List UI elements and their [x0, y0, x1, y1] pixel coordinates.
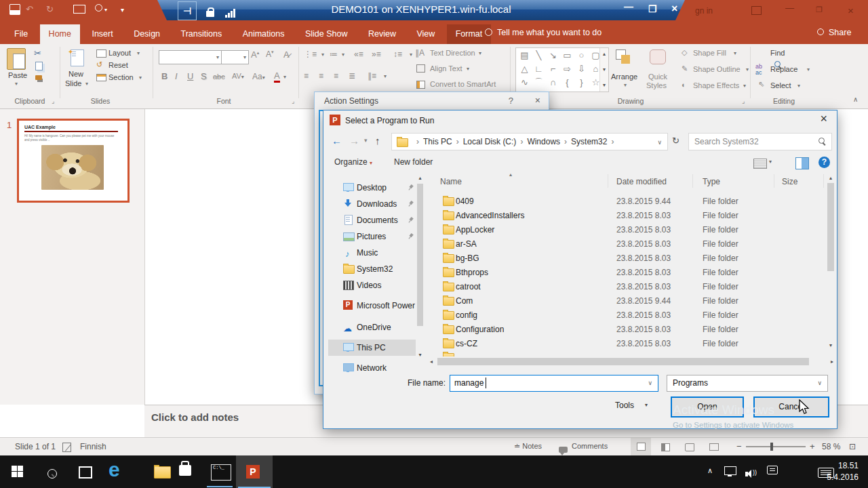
grow-font-icon[interactable]: A▴: [251, 49, 259, 60]
normal-view-button[interactable]: [631, 438, 651, 455]
tab-view[interactable]: View: [408, 24, 443, 44]
line-spacing-icon[interactable]: ↕≡: [393, 49, 402, 59]
slide-thumbnail[interactable]: UAC Example Hi! My name is hangover. Can…: [17, 119, 130, 203]
shrink-font-icon[interactable]: A▾: [266, 49, 274, 59]
tray-chevron-icon[interactable]: ∧: [707, 466, 713, 475]
file-type-combo[interactable]: Programs ∨: [667, 375, 828, 392]
section-button[interactable]: Section: [108, 73, 134, 81]
column-type[interactable]: Type: [703, 177, 720, 186]
nav-item-downloads[interactable]: Downloads: [328, 196, 420, 212]
volume-icon[interactable]: )): [745, 467, 752, 479]
command-prompt-icon[interactable]: C:\_: [211, 464, 231, 481]
new-slide-dropdown-icon[interactable]: ▾: [85, 81, 88, 87]
file-row[interactable]: catroot23.8.2015 8.03File folder: [428, 280, 827, 294]
tab-insert[interactable]: Insert: [83, 24, 121, 44]
action-settings-close-icon[interactable]: ×: [535, 95, 540, 106]
list-hscrollbar[interactable]: ◂ ▸: [428, 357, 835, 367]
refresh-icon[interactable]: ↻: [672, 136, 679, 146]
layout-dropdown-icon[interactable]: ▾: [137, 50, 140, 56]
file-row[interactable]: Configuration23.8.2015 8.03File folder: [428, 323, 827, 337]
quick-styles-button[interactable]: Quick: [648, 73, 667, 81]
column-size[interactable]: Size: [782, 177, 797, 186]
language-label[interactable]: Finnish: [80, 442, 106, 451]
undo-icon[interactable]: ↶: [26, 3, 33, 16]
align-text-button[interactable]: Align Text: [430, 64, 462, 73]
network-icon[interactable]: [724, 466, 736, 475]
shapes-scroll-up-icon[interactable]: ▴: [600, 51, 608, 57]
tab-review[interactable]: Review: [359, 24, 405, 44]
select-button[interactable]: Select: [770, 81, 791, 89]
slide-sorter-view-button[interactable]: [661, 443, 670, 451]
shape-effects-button[interactable]: Shape Effects: [693, 81, 739, 89]
tab-animations[interactable]: Animations: [234, 24, 294, 44]
font-dialog-launcher[interactable]: ⌟: [292, 98, 294, 104]
task-view-button[interactable]: [79, 466, 92, 479]
zoom-level-label[interactable]: 58 %: [822, 442, 840, 451]
paste-button[interactable]: Paste: [8, 71, 27, 79]
nav-scrollbar[interactable]: ▴ ▾: [416, 173, 425, 372]
numbering-icon[interactable]: ≔: [330, 49, 338, 59]
reset-button[interactable]: Reset: [108, 61, 128, 69]
align-right-icon[interactable]: ≡: [334, 71, 338, 81]
tab-transitions[interactable]: Transitions: [172, 24, 231, 44]
spell-check-icon[interactable]: [62, 443, 71, 452]
shape-fill-dropdown-icon[interactable]: ▾: [734, 50, 736, 56]
columns-dropdown-icon[interactable]: ▾: [384, 73, 387, 79]
convert-smartart-icon[interactable]: [416, 81, 425, 89]
breadcrumb-dropdown-icon[interactable]: ∨: [657, 139, 662, 146]
breadcrumb-system32[interactable]: System32: [571, 137, 607, 146]
list-scroll-up-icon[interactable]: ▴: [826, 175, 835, 181]
ppt-minimize-icon[interactable]: —: [785, 3, 794, 13]
nav-item-this-pc[interactable]: This PC: [328, 340, 420, 356]
nav-item-videos[interactable]: Videos: [328, 277, 420, 293]
drawing-dialog-launcher[interactable]: ⌟: [742, 98, 745, 104]
nav-item-system32[interactable]: System32: [328, 261, 420, 277]
breadcrumb-windows[interactable]: Windows: [527, 137, 560, 146]
nav-scrollbar-thumb[interactable]: [417, 184, 423, 326]
convert-smartart-button[interactable]: Convert to SmartArt: [430, 80, 496, 88]
touch-mode-dropdown-icon[interactable]: ▾: [104, 4, 107, 16]
save-icon[interactable]: [9, 4, 20, 15]
shapes-more-icon[interactable]: ▾: [600, 82, 608, 88]
ribbon-display-options-icon[interactable]: [751, 6, 762, 15]
file-row[interactable]: config23.8.2015 8.03File folder: [428, 308, 827, 323]
font-size-combo[interactable]: ▾: [221, 50, 249, 64]
reading-view-button[interactable]: [685, 443, 694, 451]
slide-count-label[interactable]: Slide 1 of 1: [15, 442, 56, 451]
shape-fill-icon[interactable]: ◇: [682, 48, 687, 57]
layout-button[interactable]: Layout: [108, 49, 131, 57]
vm-close-icon[interactable]: ×: [671, 3, 677, 15]
bold-button[interactable]: B: [161, 71, 167, 81]
underline-button[interactable]: U: [187, 71, 193, 81]
column-date-modified[interactable]: Date modified: [616, 177, 667, 186]
list-scroll-right-icon[interactable]: ▸: [831, 359, 833, 365]
open-button[interactable]: Open: [671, 396, 744, 418]
dialog-close-icon[interactable]: ×: [820, 112, 827, 126]
clock[interactable]: 18.51 5.4.2016: [811, 460, 859, 483]
search-icon[interactable]: [818, 138, 825, 144]
shape-outline-button[interactable]: Shape Outline: [693, 65, 741, 73]
line-spacing-dropdown-icon[interactable]: ▾: [410, 52, 412, 58]
column-name[interactable]: Name: [440, 177, 462, 186]
replace-button[interactable]: Replace: [770, 65, 797, 73]
file-row[interactable]: bg-BG23.8.2015 8.03File folder: [428, 251, 827, 266]
search-box[interactable]: Search System32: [688, 133, 832, 150]
file-row[interactable]: AppLocker23.8.2015 8.03File folder: [428, 223, 827, 237]
shapes-gallery[interactable]: ▤╲↘▭○▢ △∟⌐⇨⇩⌂ ∿⌒∩{}☆ ▴ ▾ ▾: [515, 47, 609, 92]
nav-item-powerpoint[interactable]: PMicrosoft PowerP: [328, 298, 420, 314]
zoom-in-button[interactable]: +: [810, 441, 815, 451]
shape-effects-icon[interactable]: ◐: [682, 81, 686, 89]
text-shadow-button[interactable]: S: [201, 71, 207, 81]
breadcrumb-this-pc[interactable]: This PC: [423, 137, 452, 146]
text-direction-button[interactable]: Text Direction: [430, 49, 475, 57]
section-dropdown-icon[interactable]: ▾: [139, 75, 142, 81]
sign-in-label[interactable]: gn in: [695, 6, 713, 16]
shape-fill-button[interactable]: Shape Fill: [693, 49, 726, 57]
bullets-dropdown-icon[interactable]: ▾: [321, 52, 324, 58]
edge-icon[interactable]: e: [108, 458, 120, 481]
organize-button[interactable]: Organize ▾: [334, 157, 372, 167]
nav-item-desktop[interactable]: Desktop: [328, 180, 420, 196]
align-center-icon[interactable]: ≡: [319, 71, 323, 81]
character-spacing-button[interactable]: AV▾: [232, 72, 244, 80]
list-scroll-left-icon[interactable]: ◂: [430, 359, 433, 365]
